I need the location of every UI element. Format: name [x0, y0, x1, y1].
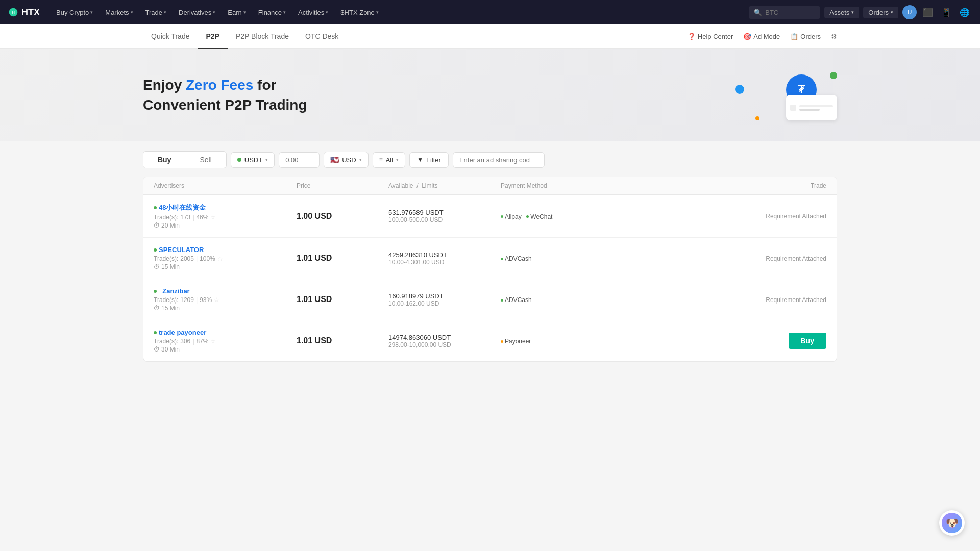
notification-icon[interactable]: 📱 — [939, 6, 953, 19]
payment-tag: ADVCash — [501, 255, 532, 262]
tab-quick-trade[interactable]: Quick Trade — [143, 24, 198, 49]
chevron-down-icon: ▾ — [851, 10, 854, 15]
amount-input[interactable] — [279, 152, 320, 168]
advertiser-info: trade payoneer Trade(s): 306 |87% ☆ ⏱30 … — [154, 329, 297, 353]
payment-selector[interactable]: ≡ All ▾ — [373, 152, 405, 168]
price-cell: 1.01 USD — [297, 295, 388, 304]
star-icon[interactable]: ☆ — [210, 338, 216, 345]
chevron-down-icon: ▾ — [326, 10, 328, 15]
toggle-icon[interactable]: ⬛ — [921, 6, 935, 19]
payment-dot — [501, 299, 503, 302]
nav-finance[interactable]: Finance ▾ — [252, 0, 292, 24]
chevron-down-icon: ▾ — [90, 10, 93, 15]
filter-row: Buy Sell USDT ▾ 🇺🇸 USD ▾ ≡ All ▾ ▼ Filte… — [143, 151, 837, 168]
top-navigation: H HTX Buy Crypto ▾ Markets ▾ Trade ▾ Der… — [0, 0, 980, 24]
header-available-limits: Available / Limits — [388, 182, 501, 189]
payment-dot — [501, 215, 503, 218]
star-icon[interactable]: ☆ — [214, 296, 219, 304]
currency-selector[interactable]: 🇺🇸 USD ▾ — [324, 152, 368, 168]
nav-derivatives[interactable]: Derivatives ▾ — [173, 0, 222, 24]
search-input[interactable] — [765, 9, 816, 16]
chevron-down-icon: ▾ — [131, 10, 133, 15]
payment-tag: WeChat — [526, 213, 552, 220]
svg-text:H: H — [12, 10, 15, 15]
orders-button[interactable]: Orders ▾ — [863, 7, 898, 18]
advertiser-info: SPECULATOR Trade(s): 2005 |100% ☆ ⏱15 Mi… — [154, 246, 297, 270]
language-icon[interactable]: 🌐 — [958, 6, 972, 19]
nav-markets[interactable]: Markets ▾ — [99, 0, 139, 24]
nav-htx-zone[interactable]: $HTX Zone ▾ — [334, 0, 384, 24]
header-advertisers: Advertisers — [154, 182, 297, 189]
advertiser-name: trade payoneer — [154, 329, 297, 336]
nav-trade[interactable]: Trade ▾ — [139, 0, 173, 24]
buy-toggle-button[interactable]: Buy — [143, 152, 185, 168]
price-cell: 1.01 USD — [297, 254, 388, 263]
advertiser-name: SPECULATOR — [154, 246, 297, 254]
htx-logo[interactable]: H HTX — [8, 7, 40, 18]
advertiser-meta: Trade(s): 306 |87% ☆ — [154, 338, 297, 345]
price-cell: 1.00 USD — [297, 212, 388, 221]
header-trade: Trade — [613, 182, 826, 189]
nav-buy-crypto[interactable]: Buy Crypto ▾ — [50, 0, 99, 24]
chevron-down-icon: ▾ — [164, 10, 166, 15]
flag-icon: 🇺🇸 — [330, 156, 339, 164]
sub-navigation: Quick Trade P2P P2P Block Trade OTC Desk… — [0, 24, 980, 49]
trade-action-cell: Requirement Attached — [613, 296, 826, 304]
advertiser-time: ⏱20 Min — [154, 222, 297, 229]
help-center-link[interactable]: ❓ Help Center — [688, 33, 733, 40]
tab-p2p[interactable]: P2P — [198, 24, 227, 49]
nav-activities[interactable]: Activities ▾ — [292, 0, 334, 24]
chevron-down-icon: ▾ — [283, 10, 286, 15]
table-row: trade payoneer Trade(s): 306 |87% ☆ ⏱30 … — [143, 320, 837, 361]
search-box[interactable]: 🔍 — [749, 6, 820, 19]
advertiser-meta: Trade(s): 1209 |93% ☆ — [154, 296, 297, 304]
available-limits-cell: 160.918979 USDT 10.00-162.00 USD — [388, 292, 501, 307]
advertiser-meta: Trade(s): 2005 |100% ☆ — [154, 255, 297, 262]
ad-sharing-input[interactable] — [453, 152, 545, 168]
payment-methods-cell: Payoneer — [501, 337, 613, 345]
filter-icon: ▼ — [417, 156, 423, 163]
user-avatar[interactable]: U — [902, 5, 917, 19]
buy-sell-toggle: Buy Sell — [143, 151, 227, 168]
available-limits-cell: 4259.286310 USDT 10.00-4,301.00 USD — [388, 251, 501, 266]
available-limits-cell: 531.976589 USDT 100.00-500.00 USD — [388, 209, 501, 223]
advertiser-time: ⏱15 Min — [154, 305, 297, 312]
header-payment-method: Payment Method — [501, 182, 613, 189]
advertiser-info: _Zanzibar_ Trade(s): 1209 |93% ☆ ⏱15 Min — [154, 287, 297, 312]
trade-table: Advertisers Price Available / Limits Pay… — [143, 177, 837, 362]
advertiser-time: ⏱15 Min — [154, 263, 297, 270]
available-limits-cell: 14974.863060 USDT 298.00-10,000.00 USD — [388, 334, 501, 348]
orders-link[interactable]: 📋 Orders — [790, 33, 821, 40]
advertiser-name: 48小时在线资金 — [154, 203, 297, 212]
table-header: Advertisers Price Available / Limits Pay… — [143, 177, 837, 195]
settings-icon[interactable]: ⚙ — [831, 33, 837, 40]
sell-toggle-button[interactable]: Sell — [185, 152, 226, 168]
header-price: Price — [297, 182, 388, 189]
main-content: Buy Sell USDT ▾ 🇺🇸 USD ▾ ≡ All ▾ ▼ Filte… — [0, 141, 980, 372]
payment-tag: ADVCash — [501, 296, 532, 304]
tab-otc-desk[interactable]: OTC Desk — [297, 24, 347, 49]
chevron-down-icon: ▾ — [243, 10, 246, 15]
payment-dot — [501, 340, 503, 343]
search-icon: 🔍 — [754, 9, 762, 16]
sub-nav-right: ❓ Help Center 🎯 Ad Mode 📋 Orders ⚙ — [688, 33, 837, 40]
payment-methods-cell: ADVCash — [501, 295, 613, 304]
trade-action-cell: Requirement Attached — [613, 212, 826, 220]
ad-mode-link[interactable]: 🎯 Ad Mode — [743, 33, 780, 40]
star-icon[interactable]: ☆ — [217, 255, 223, 262]
payment-tag: Alipay — [501, 213, 522, 220]
chevron-down-icon: ▾ — [265, 157, 268, 162]
trade-action-cell: Buy — [613, 333, 826, 349]
star-icon[interactable]: ☆ — [210, 214, 216, 221]
filter-button[interactable]: ▼ Filter — [409, 152, 449, 168]
nav-earn[interactable]: Earn ▾ — [222, 0, 252, 24]
table-row: 48小时在线资金 Trade(s): 173 |46% ☆ ⏱20 Min 1.… — [143, 195, 837, 238]
advertiser-meta: Trade(s): 173 |46% ☆ — [154, 214, 297, 221]
payment-tag: Payoneer — [501, 338, 531, 345]
coin-selector[interactable]: USDT ▾ — [231, 152, 275, 168]
sub-nav-tabs: Quick Trade P2P P2P Block Trade OTC Desk — [143, 24, 347, 49]
assets-button[interactable]: Assets ▾ — [824, 7, 859, 18]
hero-banner: Enjoy Zero Fees for Convenient P2P Tradi… — [0, 49, 980, 141]
tab-p2p-block-trade[interactable]: P2P Block Trade — [228, 24, 297, 49]
buy-button[interactable]: Buy — [789, 333, 826, 349]
